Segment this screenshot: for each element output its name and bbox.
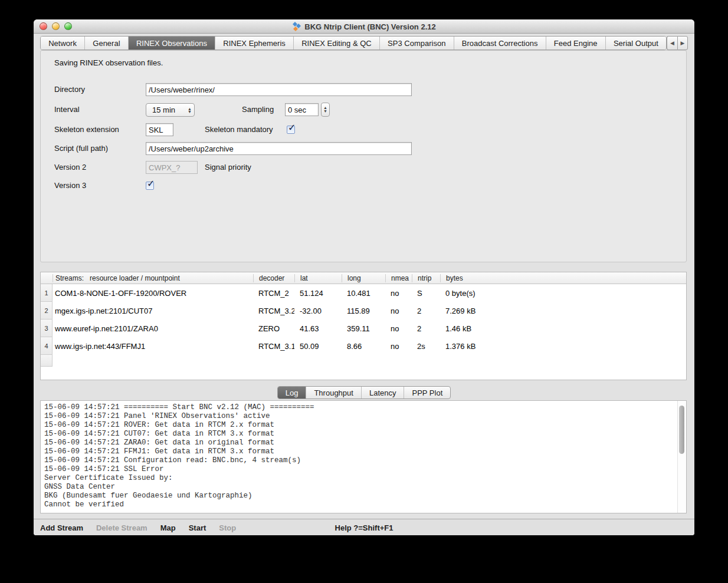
stop-button: Stop xyxy=(219,523,236,532)
col-nmea[interactable]: nmea xyxy=(385,274,412,282)
cell-decoder: RTCM_2 xyxy=(253,284,294,302)
row-number-empty xyxy=(41,355,53,367)
row-number[interactable]: 3 xyxy=(41,320,53,337)
delete-stream-button: Delete Stream xyxy=(96,523,147,532)
cell-nmea: no xyxy=(385,337,412,355)
main-tab-bar: Network General RINEX Observations RINEX… xyxy=(40,36,667,50)
streams-table-header: Streams: resource loader / mountpoint de… xyxy=(41,272,686,284)
tab-latency[interactable]: Latency xyxy=(361,387,404,398)
log-lines: 15-06-09 14:57:21 ========== Start BNC v… xyxy=(41,401,677,513)
checkmark-icon: ✓ xyxy=(147,178,155,189)
tab-throughput[interactable]: Throughput xyxy=(306,387,361,398)
interval-stepper-icon: ▲▼ xyxy=(188,107,192,113)
col-long[interactable]: long xyxy=(342,274,385,282)
sampling-input[interactable] xyxy=(285,103,319,116)
tab-ppp-plot[interactable]: PPP Plot xyxy=(404,387,450,398)
cell-lat: 50.09 xyxy=(294,337,342,355)
log-line: 15-06-09 14:57:21 SSL Error xyxy=(44,465,677,474)
log-line: BKG (Bundesamt fuer Geodaesie und Kartog… xyxy=(44,492,677,500)
log-line: Server Certificate Issued by: xyxy=(44,474,677,483)
cell-bytes: 0 byte(s) xyxy=(440,284,686,302)
log-line: 15-06-09 14:57:21 CUT07: Get data in RTC… xyxy=(44,430,677,439)
tab-feed-engine[interactable]: Feed Engine xyxy=(546,37,605,50)
directory-input[interactable] xyxy=(146,83,412,96)
col-rownum xyxy=(41,274,53,282)
log-line: 15-06-09 14:57:21 ========== Start BNC v… xyxy=(44,403,677,412)
sampling-stepper[interactable]: ▲ ▼ xyxy=(321,103,330,117)
script-input[interactable] xyxy=(146,142,412,155)
stream-row[interactable]: 4 www.igs-ip.net:443/FFMJ1 RTCM_3.1 50.0… xyxy=(41,337,686,355)
tab-network[interactable]: Network xyxy=(41,37,84,50)
cell-mountpoint: www.igs-ip.net:443/FFMJ1 xyxy=(53,337,253,355)
stream-row[interactable]: 1 COM1-8-NONE-1-OFF-19200/ROVER RTCM_2 5… xyxy=(41,284,686,302)
empty-row xyxy=(41,355,686,367)
cell-long: 8.66 xyxy=(342,337,385,355)
col-mountpoint[interactable]: Streams: resource loader / mountpoint xyxy=(53,274,253,282)
log-scrollbar-thumb[interactable] xyxy=(679,406,684,454)
tab-rinex-editing-qc[interactable]: RINEX Editing & QC xyxy=(293,37,379,50)
log-line: 15-06-09 14:57:21 Panel 'RINEX Observati… xyxy=(44,412,677,421)
rinex-observations-pane xyxy=(40,50,687,262)
stream-row[interactable]: 2 mgex.igs-ip.net:2101/CUT07 RTCM_3.2 -3… xyxy=(41,302,686,320)
col-decoder[interactable]: decoder xyxy=(253,274,294,282)
row-number[interactable]: 4 xyxy=(41,337,53,355)
tab-rinex-ephemeris[interactable]: RINEX Ephemeris xyxy=(215,37,293,50)
cell-nmea: no xyxy=(385,284,412,302)
cell-mountpoint: www.euref-ip.net:2101/ZARA0 xyxy=(53,320,253,337)
add-stream-button[interactable]: Add Stream xyxy=(40,523,83,532)
cell-long: 115.89 xyxy=(342,302,385,320)
checkmark-icon: ✓ xyxy=(288,122,296,133)
tab-scroll-left-icon[interactable]: ◀ xyxy=(667,36,677,50)
cell-decoder: RTCM_3.2 xyxy=(253,302,294,320)
cell-mountpoint: mgex.igs-ip.net:2101/CUT07 xyxy=(53,302,253,320)
log-line: 15-06-09 14:57:21 FFMJ1: Get data in RTC… xyxy=(44,447,677,456)
title-bar[interactable]: BKG Ntrip Client (BNC) Version 2.12 xyxy=(34,19,694,34)
script-label: Script (full path) xyxy=(54,142,108,155)
col-lat[interactable]: lat xyxy=(294,274,342,282)
cell-long: 359.11 xyxy=(342,320,385,337)
tab-serial-output[interactable]: Serial Output xyxy=(605,37,666,50)
version3-label: Version 3 xyxy=(54,179,86,192)
log-scrollbar[interactable] xyxy=(677,401,686,513)
pane-description: Saving RINEX observation files. xyxy=(54,58,163,67)
tab-broadcast-corrections[interactable]: Broadcast Corrections xyxy=(454,37,546,50)
app-window: BKG Ntrip Client (BNC) Version 2.12 Netw… xyxy=(34,19,694,535)
cell-decoder: RTCM_3.1 xyxy=(253,337,294,355)
cell-bytes: 7.269 kB xyxy=(440,302,686,320)
bottom-toolbar: Help ?=Shift+F1 Add Stream Delete Stream… xyxy=(34,519,694,535)
bnc-app-icon xyxy=(292,22,301,31)
sampling-label: Sampling xyxy=(242,103,274,116)
start-button[interactable]: Start xyxy=(189,523,206,532)
interval-select[interactable]: 15 min ▲▼ xyxy=(146,103,195,117)
log-line: GNSS Data Center xyxy=(44,483,677,492)
skeleton-mandatory-checkbox[interactable]: ✓ xyxy=(287,126,295,134)
col-ntrip[interactable]: ntrip xyxy=(412,274,440,282)
tab-general[interactable]: General xyxy=(84,37,128,50)
col-bytes[interactable]: bytes xyxy=(440,274,686,282)
row-number[interactable]: 2 xyxy=(41,302,53,320)
log-line: Cannot be verified xyxy=(44,500,677,509)
stream-row[interactable]: 3 www.euref-ip.net:2101/ZARA0 ZERO 41.63… xyxy=(41,320,686,337)
cell-nmea: no xyxy=(385,302,412,320)
cell-lat: 41.63 xyxy=(294,320,342,337)
version2-label: Version 2 xyxy=(54,161,86,174)
tab-log[interactable]: Log xyxy=(278,387,306,398)
tab-rinex-observations[interactable]: RINEX Observations xyxy=(128,37,215,50)
cell-bytes: 1.46 kB xyxy=(440,320,686,337)
cell-ntrip: 2 xyxy=(412,320,440,337)
cell-ntrip: 2s xyxy=(412,337,440,355)
sampling-down-icon[interactable]: ▼ xyxy=(323,110,327,113)
directory-label: Directory xyxy=(54,83,85,96)
tab-scroll-buttons: ◀ ▶ xyxy=(667,36,688,50)
log-output: 15-06-09 14:57:21 ========== Start BNC v… xyxy=(40,400,687,513)
map-button[interactable]: Map xyxy=(160,523,176,532)
skeleton-extension-input[interactable] xyxy=(146,123,173,136)
cell-lat: 51.124 xyxy=(294,284,342,302)
row-number[interactable]: 1 xyxy=(41,284,53,302)
version3-checkbox[interactable]: ✓ xyxy=(146,182,154,190)
log-line: 15-06-09 14:57:21 ZARA0: Get data in ori… xyxy=(44,439,677,447)
signal-priority-label: Signal priority xyxy=(205,161,251,174)
cell-mountpoint: COM1-8-NONE-1-OFF-19200/ROVER xyxy=(53,284,253,302)
tab-scroll-right-icon[interactable]: ▶ xyxy=(677,36,688,50)
tab-sp3-comparison[interactable]: SP3 Comparison xyxy=(379,37,454,50)
